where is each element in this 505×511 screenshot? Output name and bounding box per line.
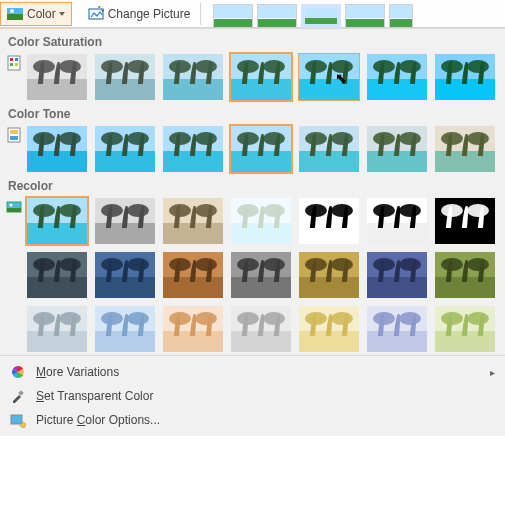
- color-preset-thumb[interactable]: [230, 197, 292, 245]
- color-preset-thumb[interactable]: [434, 53, 496, 101]
- color-preset-thumb[interactable]: [94, 197, 156, 245]
- ribbon: Color Change Picture: [0, 0, 505, 28]
- svg-rect-13: [7, 208, 21, 212]
- svg-rect-16: [18, 390, 24, 396]
- svg-rect-11: [10, 136, 18, 140]
- svg-point-2: [10, 9, 14, 13]
- tone-thumbs: [26, 125, 499, 173]
- svg-rect-1: [7, 14, 23, 20]
- svg-point-14: [10, 204, 13, 207]
- color-preset-thumb[interactable]: [298, 251, 360, 299]
- picture-style-thumb-selected[interactable]: [301, 4, 341, 28]
- color-preset-thumb[interactable]: [94, 251, 156, 299]
- change-picture-icon: [88, 6, 104, 22]
- color-preset-thumb[interactable]: [162, 53, 224, 101]
- recolor-side-icon: [6, 199, 22, 215]
- section-header-saturation: Color Saturation: [0, 29, 505, 53]
- svg-rect-6: [15, 58, 18, 61]
- color-preset-thumb[interactable]: [230, 53, 292, 101]
- color-preset-thumb[interactable]: [94, 305, 156, 353]
- picture-style-thumb[interactable]: [213, 4, 253, 28]
- picture-style-thumb[interactable]: [389, 4, 413, 28]
- color-preset-thumb[interactable]: [366, 251, 428, 299]
- color-preset-thumb[interactable]: [26, 53, 88, 101]
- ribbon-separator: [200, 3, 201, 25]
- color-preset-thumb[interactable]: [94, 53, 156, 101]
- color-dropdown-button[interactable]: Color: [0, 2, 72, 26]
- more-variations-item[interactable]: More Variations ▸: [0, 360, 505, 384]
- picture-style-thumb[interactable]: [257, 4, 297, 28]
- svg-rect-5: [10, 58, 13, 61]
- saturation-thumbs: ⬉: [26, 53, 499, 101]
- color-preset-thumb[interactable]: [434, 197, 496, 245]
- color-preset-thumb[interactable]: [298, 305, 360, 353]
- color-preset-thumb[interactable]: [434, 251, 496, 299]
- picture-color-options-item[interactable]: Picture Color Options...: [0, 408, 505, 432]
- eyedropper-icon: [10, 388, 26, 404]
- svg-rect-7: [10, 63, 13, 66]
- color-preset-thumb[interactable]: [162, 305, 224, 353]
- change-picture-button[interactable]: Change Picture: [82, 2, 197, 26]
- submenu-arrow-icon: ▸: [490, 367, 495, 378]
- color-preset-thumb[interactable]: [366, 305, 428, 353]
- color-preset-thumb[interactable]: [26, 197, 88, 245]
- section-header-tone: Color Tone: [0, 101, 505, 125]
- change-picture-label: Change Picture: [108, 7, 191, 21]
- color-preset-thumb[interactable]: [298, 197, 360, 245]
- color-preset-thumb[interactable]: [230, 125, 292, 173]
- color-dropdown-panel: Color Saturation ⬉ Color Tone Recolor: [0, 28, 505, 355]
- color-menu-footer: More Variations ▸ Set Transparent Color …: [0, 355, 505, 436]
- color-preset-thumb[interactable]: [26, 305, 88, 353]
- color-preset-thumb[interactable]: [434, 305, 496, 353]
- color-preset-thumb[interactable]: [366, 53, 428, 101]
- more-variations-label: More Variations: [36, 365, 119, 379]
- svg-rect-17: [11, 415, 22, 424]
- color-preset-thumb[interactable]: [298, 125, 360, 173]
- svg-rect-4: [8, 56, 20, 70]
- color-icon: [7, 6, 23, 22]
- picture-style-thumb[interactable]: [345, 4, 385, 28]
- color-preset-thumb[interactable]: [230, 251, 292, 299]
- color-preset-thumb[interactable]: [162, 125, 224, 173]
- picture-style-gallery[interactable]: [205, 0, 413, 28]
- set-transparent-color-item[interactable]: Set Transparent Color: [0, 384, 505, 408]
- color-preset-thumb[interactable]: [26, 251, 88, 299]
- color-preset-thumb[interactable]: [366, 125, 428, 173]
- picture-options-icon: [10, 412, 26, 428]
- color-wheel-icon: [10, 364, 26, 380]
- color-preset-thumb[interactable]: ⬉: [298, 53, 360, 101]
- chevron-down-icon: [59, 12, 65, 16]
- saturation-side-icon: [6, 55, 22, 71]
- section-header-recolor: Recolor: [0, 173, 505, 197]
- svg-rect-8: [15, 63, 18, 66]
- color-preset-thumb[interactable]: [230, 305, 292, 353]
- color-preset-thumb[interactable]: [434, 125, 496, 173]
- set-transparent-label: Set Transparent Color: [36, 389, 153, 403]
- color-preset-thumb[interactable]: [26, 125, 88, 173]
- picture-color-options-label: Picture Color Options...: [36, 413, 160, 427]
- color-dropdown-label: Color: [27, 7, 56, 21]
- svg-rect-10: [10, 130, 18, 134]
- color-preset-thumb[interactable]: [162, 197, 224, 245]
- recolor-thumbs: [26, 197, 499, 353]
- color-preset-thumb[interactable]: [162, 251, 224, 299]
- tone-side-icon: [6, 127, 22, 143]
- color-preset-thumb[interactable]: [366, 197, 428, 245]
- color-preset-thumb[interactable]: [94, 125, 156, 173]
